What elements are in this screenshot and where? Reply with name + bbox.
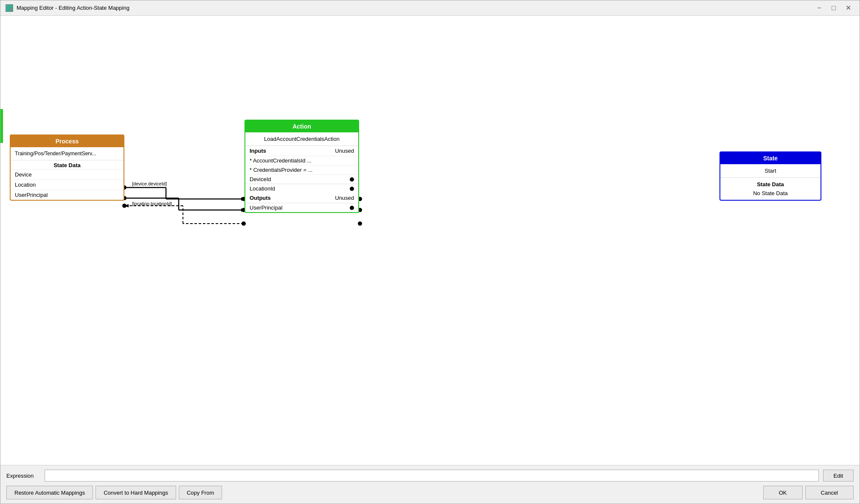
action-output-0-label: UserPrincipal: [250, 204, 347, 211]
action-input-1-label: * CredentialsProvider = ...: [250, 167, 354, 173]
svg-marker-21: [124, 204, 129, 207]
svg-point-26: [358, 221, 362, 226]
process-userprincipal-item: UserPrincipal: [11, 190, 124, 200]
expression-row: Expression Edit: [6, 470, 854, 482]
svg-text:[location.locationId]: [location.locationId]: [132, 201, 172, 206]
action-input-item-2: DeviceId: [245, 174, 358, 184]
process-userprincipal-label: UserPrincipal: [15, 192, 48, 198]
process-path: Training/Pos/Tender/PaymentServ...: [11, 147, 124, 160]
action-userprincipal-left-dot: [350, 206, 354, 210]
inputs-label: Inputs: [250, 148, 266, 154]
process-device-label: Device: [15, 171, 32, 178]
app-icon: [6, 4, 13, 12]
action-deviceid-left-dot: [350, 177, 354, 182]
process-device-item: Device: [11, 169, 124, 179]
action-input-item-3: LocationId: [245, 184, 358, 193]
ok-button[interactable]: OK: [763, 486, 803, 499]
close-button[interactable]: ✕: [842, 3, 854, 14]
outputs-status: Unused: [335, 195, 354, 201]
action-input-item-0: * AccountCredentialsId ...: [245, 156, 358, 165]
green-indicator-bar: [0, 109, 3, 143]
bottom-bar: Expression Edit Restore Automatic Mappin…: [0, 465, 860, 504]
no-state-data-text: No State Data: [725, 188, 816, 198]
canvas-area: [device.deviceId] [location.locationId]: [0, 16, 860, 465]
main-window: Mapping Editor - Editing Action-State Ma…: [0, 0, 860, 504]
outputs-label: Outputs: [250, 195, 271, 201]
left-action-buttons: Restore Automatic Mappings Convert to Ha…: [6, 486, 222, 499]
action-header: Action: [245, 120, 358, 132]
state-data-label: State Data: [725, 179, 816, 188]
right-action-buttons: OK Cancel: [763, 486, 854, 499]
svg-rect-2: [7, 8, 9, 11]
copy-from-button[interactable]: Copy From: [179, 486, 222, 499]
state-box: State Start State Data No State Data: [719, 151, 821, 201]
svg-point-22: [242, 221, 246, 226]
process-state-data-label: State Data: [11, 160, 124, 169]
action-output-item-0: UserPrincipal: [245, 203, 358, 212]
action-outputs-section: Outputs Unused: [245, 193, 358, 203]
state-name: Start: [720, 164, 821, 178]
action-input-0-label: * AccountCredentialsId ...: [250, 157, 354, 164]
process-header: Process: [11, 135, 124, 147]
window-controls: − □ ✕: [813, 3, 854, 14]
process-location-label: Location: [15, 182, 36, 188]
process-location-item: Location: [11, 179, 124, 190]
buttons-row: Restore Automatic Mappings Convert to Ha…: [6, 486, 854, 499]
title-bar: Mapping Editor - Editing Action-State Ma…: [0, 0, 860, 16]
expression-input[interactable]: [45, 470, 819, 482]
action-box: Action LoadAccountCredentialsAction Inpu…: [245, 120, 359, 213]
action-input-3-label: LocationId: [250, 185, 347, 192]
svg-text:[device.deviceId]: [device.deviceId]: [132, 181, 167, 186]
action-input-2-label: DeviceId: [250, 176, 347, 182]
convert-to-hard-mappings-button[interactable]: Convert to Hard Mappings: [96, 486, 176, 499]
minimize-button[interactable]: −: [813, 3, 826, 14]
action-input-item-1: * CredentialsProvider = ...: [245, 165, 358, 174]
svg-rect-1: [10, 6, 12, 8]
cancel-button[interactable]: Cancel: [805, 486, 854, 499]
edit-button[interactable]: Edit: [823, 470, 854, 482]
svg-point-23: [122, 204, 126, 208]
connection-arrows: [device.deviceId] [location.locationId]: [0, 16, 860, 465]
action-name: LoadAccountCredentialsAction: [245, 132, 358, 146]
state-header: State: [720, 152, 821, 164]
svg-rect-0: [7, 6, 9, 8]
window-title: Mapping Editor - Editing Action-State Ma…: [17, 5, 129, 11]
maximize-button[interactable]: □: [827, 3, 840, 14]
svg-rect-3: [10, 8, 12, 11]
inputs-status: Unused: [335, 148, 354, 154]
title-bar-left: Mapping Editor - Editing Action-State Ma…: [6, 4, 129, 12]
expression-label: Expression: [6, 473, 40, 479]
process-box: Process Training/Pos/Tender/PaymentServ.…: [10, 134, 124, 201]
action-locationid-left-dot: [350, 187, 354, 191]
restore-automatic-mappings-button[interactable]: Restore Automatic Mappings: [6, 486, 93, 499]
state-data-section: State Data No State Data: [720, 178, 821, 200]
action-inputs-section: Inputs Unused: [245, 146, 358, 156]
